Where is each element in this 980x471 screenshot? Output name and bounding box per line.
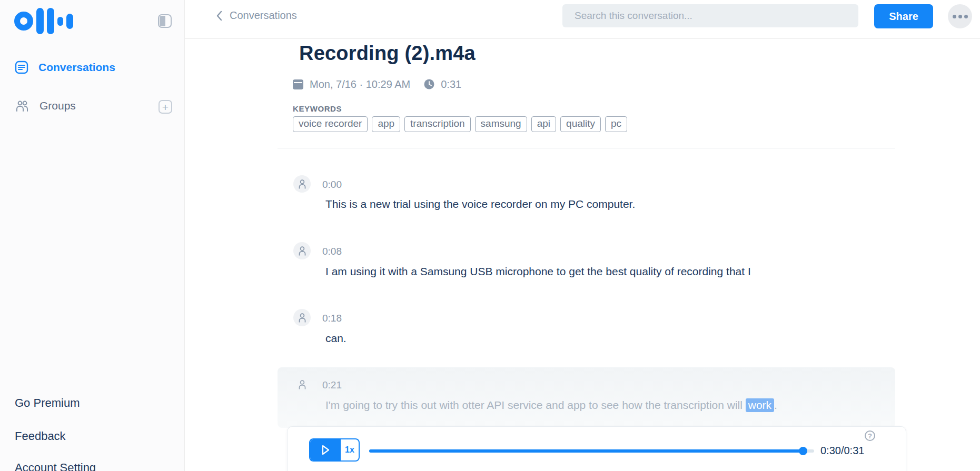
keyword-chip[interactable]: voice recorder — [293, 116, 368, 132]
collapse-sidebar-icon — [160, 16, 165, 26]
conversations-icon — [15, 61, 28, 74]
sidebar-item-groups[interactable]: Groups — [15, 98, 76, 113]
share-button[interactable]: Share — [874, 4, 933, 28]
groups-icon — [15, 98, 29, 113]
more-options-button[interactable] — [948, 4, 972, 28]
collapse-sidebar-button[interactable] — [158, 14, 172, 28]
transcript-text[interactable]: I am using it with a Samsung USB microph… — [325, 265, 751, 278]
slider-fill — [369, 449, 803, 453]
person-icon — [297, 178, 308, 190]
timestamp[interactable]: 0:08 — [322, 246, 342, 257]
active-transcript-block[interactable] — [278, 367, 895, 428]
topbar: Conversations Share — [185, 0, 980, 39]
timestamp[interactable]: 0:18 — [322, 313, 342, 324]
go-premium-link[interactable]: Go Premium — [15, 396, 80, 410]
feedback-link[interactable]: Feedback — [15, 429, 66, 443]
timestamp[interactable]: 0:21 — [322, 379, 342, 391]
transcript-text-after: . — [774, 399, 777, 411]
duration-text: 0:31 — [441, 78, 461, 91]
logo-o-shape — [14, 12, 33, 31]
current-time: 0:30 — [820, 445, 841, 456]
person-icon — [297, 312, 308, 324]
keywords-row: voice recorder app transcription samsung… — [293, 116, 627, 132]
transcript-text[interactable]: This is a new trial using the voice reco… — [325, 198, 635, 211]
otter-logo-icon — [14, 7, 73, 35]
keywords-label: KEYWORDS — [293, 104, 342, 113]
back-to-conversations-button[interactable]: Conversations — [215, 9, 297, 22]
ellipsis-icon — [953, 15, 956, 18]
add-group-button[interactable]: + — [159, 100, 172, 114]
transcript-text[interactable]: I'm going to try this out with otter API… — [325, 399, 777, 412]
progress-slider[interactable] — [369, 449, 814, 453]
logo-bar — [66, 14, 73, 29]
main-content: Recording (2).m4a Mon, 7/16 · 10:29 AM 0… — [185, 39, 980, 471]
keyword-chip[interactable]: api — [531, 116, 556, 132]
slider-handle[interactable] — [799, 447, 807, 455]
play-controls: 1x — [309, 438, 360, 462]
chevron-left-icon — [215, 10, 224, 22]
speaker-avatar[interactable] — [293, 309, 311, 326]
otter-app: Conversations Groups + Go Premium Feedba… — [0, 0, 980, 471]
logo-bar — [36, 8, 44, 34]
sidebar-item-label: Groups — [39, 99, 76, 112]
help-icon[interactable]: ? — [865, 430, 875, 441]
timestamp[interactable]: 0:00 — [322, 179, 342, 191]
play-button[interactable] — [310, 439, 341, 460]
keyword-chip[interactable]: samsung — [475, 116, 527, 132]
clock-icon — [424, 79, 434, 89]
transcript-divider — [278, 148, 895, 148]
transcript-text-before: I'm going to try this out with otter API… — [325, 399, 746, 411]
keyword-chip[interactable]: quality — [560, 116, 601, 132]
back-label: Conversations — [230, 9, 297, 22]
date-text: Mon, 7/16 · 10:29 AM — [310, 78, 410, 91]
plus-icon: + — [162, 102, 169, 113]
sidebar: Conversations Groups + Go Premium Feedba… — [0, 0, 185, 471]
person-icon — [297, 245, 308, 257]
logo-bar — [47, 8, 54, 34]
logo-dot — [57, 17, 63, 26]
time-display: 0:30/0:31 — [820, 445, 864, 457]
keyword-chip[interactable]: pc — [605, 116, 627, 132]
speaker-avatar[interactable] — [293, 376, 311, 393]
search-input[interactable] — [562, 4, 858, 27]
play-icon — [320, 444, 331, 456]
conversation-meta: Mon, 7/16 · 10:29 AM 0:31 — [293, 78, 461, 91]
playback-speed-button[interactable]: 1x — [341, 439, 359, 460]
keyword-chip[interactable]: transcription — [404, 116, 471, 132]
keyword-chip[interactable]: app — [372, 116, 400, 132]
page-title[interactable]: Recording (2).m4a — [299, 42, 476, 65]
player-card: ? 1x 0:30/0:31 — [287, 426, 906, 471]
sidebar-item-conversations[interactable]: Conversations — [15, 61, 115, 74]
speaker-avatar[interactable] — [293, 242, 311, 259]
account-setting-link[interactable]: Account Setting — [15, 461, 96, 471]
speaker-avatar[interactable] — [293, 175, 311, 193]
calendar-icon — [293, 79, 303, 89]
transcript-text[interactable]: can. — [325, 332, 347, 345]
highlighted-word: work — [746, 398, 774, 412]
sidebar-item-label: Conversations — [38, 61, 115, 74]
person-icon — [297, 379, 308, 390]
total-time: 0:31 — [844, 445, 865, 456]
